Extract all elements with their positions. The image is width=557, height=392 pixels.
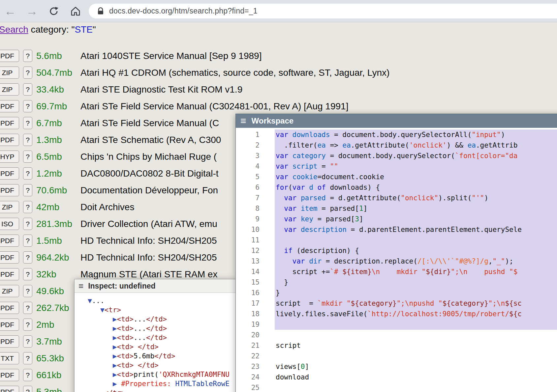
help-button[interactable]: ?	[23, 218, 32, 230]
file-type-button[interactable]: ZIP	[0, 83, 19, 96]
help-button[interactable]: ?	[23, 167, 32, 180]
inspect-titlebar[interactable]: ≡ Inspect: undefined	[75, 279, 236, 293]
file-type-button[interactable]: ZIP	[0, 67, 19, 79]
disclosure-triangle-icon[interactable]: ▼	[100, 306, 105, 314]
disclosure-triangle-icon[interactable]: ▶	[113, 361, 117, 369]
help-button[interactable]: ?	[23, 369, 32, 381]
workspace-titlebar[interactable]: ≡ Workspace	[236, 114, 557, 128]
code-text[interactable]: var parsed = d.getAttribute("onclick").s…	[275, 193, 557, 203]
lock-icon[interactable]	[97, 7, 104, 15]
tree-row[interactable]: ▶<td> </td>	[88, 342, 236, 351]
file-type-button[interactable]: TXT	[0, 352, 19, 364]
help-button[interactable]: ?	[23, 134, 32, 146]
code-text[interactable]: var script = ""	[275, 161, 557, 172]
tree-row[interactable]: ▶<td>...</td>	[88, 333, 236, 342]
help-button[interactable]: ?	[23, 335, 32, 348]
code-text[interactable]	[275, 319, 557, 330]
code-text[interactable]: if (description) {	[275, 245, 557, 256]
disclosure-triangle-icon[interactable]: ▶	[113, 352, 117, 360]
code-text[interactable]: script +=`# ${item}\n mkdir "${dir}";\n …	[275, 266, 557, 277]
code-text[interactable]: script = `mkdir "${category}";\npushd "$…	[275, 298, 557, 309]
file-type-button[interactable]: PDF	[0, 50, 19, 62]
help-button[interactable]: ?	[23, 184, 32, 196]
file-type-button[interactable]: ISO	[0, 218, 19, 230]
tree-row[interactable]: ▶<td>5.6mb</td>	[88, 351, 236, 361]
disclosure-triangle-icon[interactable]: ▶	[113, 343, 117, 351]
disclosure-triangle-icon[interactable]: ▶	[113, 324, 117, 332]
file-type-button[interactable]: PDF	[0, 302, 19, 314]
reload-button[interactable]	[47, 4, 61, 18]
disclosure-triangle-icon[interactable]: ▶	[113, 315, 117, 323]
search-link[interactable]: Search	[0, 24, 28, 35]
help-button[interactable]: ?	[23, 251, 32, 264]
file-type-button[interactable]: PDF	[0, 117, 19, 129]
file-type-button[interactable]: PDF	[0, 319, 19, 331]
tree-row[interactable]: ▶<td>...</td>	[88, 324, 236, 333]
code-text[interactable]: views[0]	[275, 361, 557, 372]
file-type-button[interactable]: PDF	[0, 386, 19, 392]
tree-row[interactable]: ▶<td>print('QXRhcmkgMTA0MFNU	[88, 370, 236, 379]
help-button[interactable]: ?	[23, 83, 32, 96]
help-button[interactable]: ?	[23, 100, 32, 112]
help-button[interactable]: ?	[23, 302, 32, 314]
code-text[interactable]: var description = d.parentElement.parent…	[275, 224, 557, 235]
code-text[interactable]: var cookie=document.cookie	[275, 172, 557, 182]
tree-row[interactable]: ▶ #Properties: HTMLTableRowE	[88, 379, 236, 388]
help-button[interactable]: ?	[23, 386, 32, 392]
file-type-button[interactable]: PDF	[0, 335, 19, 348]
tree-row[interactable]: </tr>	[88, 388, 236, 392]
window-menu-icon[interactable]: ≡	[78, 282, 83, 290]
help-button[interactable]: ?	[23, 201, 32, 213]
code-text[interactable]: var dir = description.replace(/[:\/\\'`"…	[275, 256, 557, 266]
back-button[interactable]: ←	[3, 4, 17, 18]
help-button[interactable]: ?	[23, 285, 32, 297]
disclosure-triangle-icon[interactable]: ▼	[88, 297, 92, 305]
file-type-button[interactable]: PDF	[0, 235, 19, 247]
code-text[interactable]: script	[275, 340, 557, 351]
code-text[interactable]	[275, 330, 557, 340]
tree-row[interactable]: ▶<td> </td>	[88, 361, 236, 370]
file-type-button[interactable]: ZIP	[0, 201, 19, 213]
code-text[interactable]	[275, 351, 557, 361]
disclosure-triangle-icon[interactable]: ▶	[113, 380, 117, 388]
file-type-button[interactable]: PDF	[0, 134, 19, 146]
window-menu-icon[interactable]: ≡	[240, 116, 246, 126]
code-text[interactable]: }	[275, 288, 557, 298]
code-text[interactable]: for(var d of downloads) {	[275, 182, 557, 193]
help-button[interactable]: ?	[23, 319, 32, 331]
help-button[interactable]: ?	[23, 67, 32, 79]
code-text[interactable]: .filter(ea => ea.getAttribute('onclick')…	[275, 140, 557, 151]
disclosure-triangle-icon[interactable]: ▶	[113, 371, 117, 378]
tree-row[interactable]: ▼...	[88, 296, 236, 305]
file-type-button[interactable]: HYP	[0, 151, 19, 163]
help-button[interactable]: ?	[23, 352, 32, 364]
file-type-button[interactable]: PDF	[0, 369, 19, 381]
code-text[interactable]	[275, 235, 557, 245]
code-text[interactable]: var item = parsed[1]	[275, 203, 557, 214]
file-type-button[interactable]: PDF	[0, 268, 19, 280]
help-button[interactable]: ?	[23, 151, 32, 163]
code-text[interactable]: lively.files.saveFile(`http://localhost:…	[275, 309, 557, 319]
code-text[interactable]: download	[275, 372, 557, 382]
home-button[interactable]	[69, 4, 82, 18]
disclosure-triangle-icon[interactable]: ▶	[113, 334, 117, 342]
help-button[interactable]: ?	[23, 117, 32, 129]
forward-button[interactable]: →	[25, 4, 39, 18]
address-bar[interactable]: docs.dev-docs.org/htm/search.php?find=_1	[89, 4, 557, 18]
code-text[interactable]: var key = parsed[3]	[275, 214, 557, 224]
code-text[interactable]: var downloads = document.body.querySelec…	[275, 129, 557, 140]
code-text[interactable]	[275, 382, 557, 392]
code-editor[interactable]: 1var downloads = document.body.querySele…	[236, 128, 557, 392]
file-type-button[interactable]: PDF	[0, 100, 19, 112]
code-text[interactable]: }	[275, 277, 557, 288]
help-button[interactable]: ?	[23, 235, 32, 247]
file-type-button[interactable]: ZIP	[0, 285, 19, 297]
code-text[interactable]: var category = document.body.querySelect…	[275, 151, 557, 161]
tree-row[interactable]: ▼<tr>	[88, 305, 236, 315]
file-type-button[interactable]: PDF	[0, 251, 19, 264]
file-type-button[interactable]: PDF	[0, 167, 19, 180]
help-button[interactable]: ?	[23, 50, 32, 62]
file-type-button[interactable]: PDF	[0, 184, 19, 196]
help-button[interactable]: ?	[23, 268, 32, 280]
tree-row[interactable]: ▶<td>...</td>	[88, 315, 236, 324]
